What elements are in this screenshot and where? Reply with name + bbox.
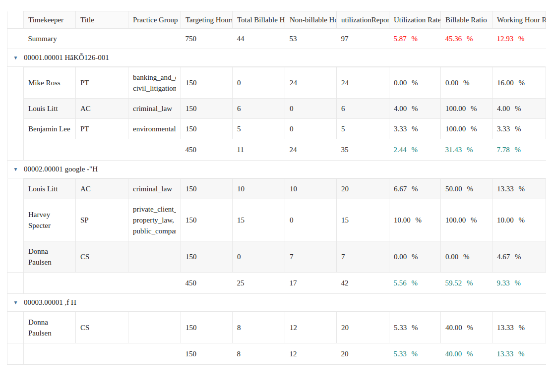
- target-cell: 150: [181, 199, 233, 241]
- timekeeper-row: Donna PaulsenCS150812205.33 %40.00 %13.3…: [7, 312, 546, 343]
- working_hour-cell: 10.00 %: [492, 199, 546, 241]
- collapse-icon[interactable]: ▼: [7, 53, 24, 63]
- row-gutter-cell: [7, 67, 24, 139]
- subtotal-billable_ratio: 59.52 %: [441, 273, 492, 294]
- billable-cell: 5: [233, 119, 285, 139]
- title-cell: AC: [76, 99, 128, 119]
- report-cell: 6: [337, 99, 389, 119]
- subtotal-row: 4502517425.56 %59.52 %9.33 %: [7, 273, 546, 294]
- report-cell: 5: [337, 119, 389, 139]
- utilization-cell: 6.67 %: [389, 179, 441, 199]
- column-header-0: Timekeeper: [24, 11, 76, 29]
- subtotal-billable_ratio: 31.43 %: [441, 139, 492, 161]
- title-cell: CS: [76, 241, 128, 273]
- report-head: TimekeeperTitlePractice GroupTargeting H…: [7, 11, 546, 29]
- practice-group-cell: environmental_l: [128, 119, 181, 139]
- subtotal-row: 4501124352.44 %31.43 %7.78 %: [7, 139, 546, 161]
- subtotal-report: 42: [337, 273, 389, 294]
- target-cell: 150: [181, 179, 233, 199]
- practice-group-cell: private_client_laproperty_law,public_com…: [128, 199, 181, 241]
- title-cell: CS: [76, 312, 128, 343]
- practice-group-cell: banking_and_decivil_litigation_: [128, 67, 181, 99]
- summary-empty-title-cell: [76, 29, 128, 49]
- practice-group-cell: [128, 312, 181, 343]
- subtotal-row: 150812205.33 %40.00 %13.33 %: [7, 343, 546, 365]
- practice-group-cell: [128, 241, 181, 273]
- collapse-icon[interactable]: ▼: [7, 164, 24, 174]
- billable-cell: 8: [233, 312, 285, 343]
- group-label: 00003.00001 ,f H: [24, 297, 76, 308]
- summary-working_hour: 12.93 %: [492, 29, 546, 49]
- report-cell: 24: [337, 67, 389, 99]
- nonbillable-cell: 10: [285, 179, 337, 199]
- report-cell: 7: [337, 241, 389, 273]
- title-cell: AC: [76, 179, 128, 199]
- column-header-9: Working Hour R: [492, 11, 546, 29]
- group-body: Mike RossPTbanking_and_decivil_litigatio…: [7, 67, 546, 161]
- practice-group-cell: criminal_law: [128, 179, 181, 199]
- subtotal-billable: 8: [233, 343, 285, 365]
- subtotal-report: 35: [337, 139, 389, 161]
- timekeeper-cell: Harvey Specter: [24, 199, 76, 241]
- target-cell: 150: [181, 99, 233, 119]
- utilization-cell: 10.00 %: [389, 199, 441, 241]
- billable-cell: 10: [233, 179, 285, 199]
- billable-cell: 0: [233, 241, 285, 273]
- summary-target: 750: [181, 29, 233, 49]
- subtotal-working_hour: 9.33 %: [492, 273, 546, 294]
- practice-group-line: public_compani: [133, 225, 176, 236]
- target-cell: 150: [181, 67, 233, 99]
- practice-group-cell: criminal_law: [128, 99, 181, 119]
- working_hour-cell: 3.33 %: [492, 119, 546, 139]
- summary-empty-practice-cell: [128, 29, 181, 49]
- subtotal-target: 150: [181, 343, 233, 365]
- subtotal-working_hour: 13.33 %: [492, 343, 546, 365]
- group-label: 00002.00001 google -"H: [24, 164, 98, 174]
- row-gutter-cell: [7, 312, 24, 343]
- summary-billable_ratio: 45.36 %: [441, 29, 492, 49]
- working_hour-cell: 16.00 %: [492, 67, 546, 99]
- billable_ratio-cell: 100.00 %: [441, 199, 492, 241]
- subtotal-nonbillable: 17: [285, 273, 337, 294]
- column-header-6: utilizationRepor: [337, 11, 389, 29]
- group-body: Louis LittACcriminal_law1501010206.67 %5…: [7, 179, 546, 294]
- header-row: TimekeeperTitlePractice GroupTargeting H…: [7, 11, 546, 29]
- column-header-5: Non-billable Ho: [285, 11, 337, 29]
- target-cell: 150: [181, 312, 233, 343]
- column-header-7: Utilization Rate: [389, 11, 441, 29]
- report-cell: 15: [337, 199, 389, 241]
- column-header-2: Practice Group: [128, 11, 181, 29]
- report-table-viewport: TimekeeperTitlePractice GroupTargeting H…: [7, 11, 546, 365]
- practice-group-line: civil_litigation_: [133, 83, 176, 94]
- timekeeper-cell: Benjamin Lee: [24, 119, 76, 139]
- subtotal-billable: 11: [233, 139, 285, 161]
- timekeeper-cell: Louis Litt: [24, 99, 76, 119]
- timekeeper-cell: Louis Litt: [24, 179, 76, 199]
- subtotal-gutter-cell: [7, 139, 24, 161]
- group-label: 00001.00001 HăKȬ126-001: [24, 53, 109, 63]
- timekeeper-cell: Donna Paulsen: [24, 312, 76, 343]
- expand-column-header: [7, 11, 24, 29]
- subtotal-gutter-cell: [7, 273, 24, 294]
- column-header-8: Billable Ratio: [441, 11, 492, 29]
- utilization-cell: 4.00 %: [389, 99, 441, 119]
- practice-group-line: private_client_la: [133, 204, 176, 215]
- group-header-2: ▼00003.00001 ,f H: [7, 294, 546, 312]
- utilization-cell: 0.00 %: [389, 67, 441, 99]
- practice-group-line: banking_and_de: [133, 72, 176, 83]
- column-header-1: Title: [76, 11, 128, 29]
- billable-cell: 0: [233, 67, 285, 99]
- nonbillable-cell: 0: [285, 199, 337, 241]
- group-table-0: Mike RossPTbanking_and_decivil_litigatio…: [7, 67, 546, 161]
- report-cell: 20: [337, 312, 389, 343]
- billable-cell: 15: [233, 199, 285, 241]
- working_hour-cell: 13.33 %: [492, 312, 546, 343]
- billable_ratio-cell: 0.00 %: [441, 241, 492, 273]
- billable_ratio-cell: 40.00 %: [441, 312, 492, 343]
- collapse-icon[interactable]: ▼: [7, 297, 24, 308]
- timekeeper-row: Louis LittACcriminal_law1501010206.67 %5…: [7, 179, 546, 199]
- subtotal-empty-cell: [24, 343, 181, 365]
- row-gutter-cell: [7, 179, 24, 273]
- report-cell: 20: [337, 179, 389, 199]
- utilization-cell: 3.33 %: [389, 119, 441, 139]
